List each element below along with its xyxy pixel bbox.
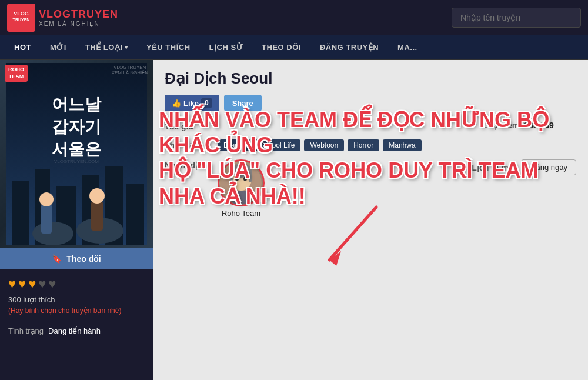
logo[interactable]: VLOG TRUYEN VLOGTRUYEN XEM LÀ NGHIỆN <box>7 4 118 32</box>
svg-point-19 <box>89 188 105 204</box>
svg-point-14 <box>32 222 74 245</box>
heart-3[interactable]: ♥ <box>28 276 36 292</box>
genre-horror[interactable]: Horror <box>348 139 379 151</box>
status-section: Tình trạng Đang tiến hành <box>0 322 153 342</box>
like-count-badge: 0 <box>201 98 212 108</box>
status-label: Tình trạng <box>8 326 44 335</box>
navigation: HOT MỚI THỂ LOẠI▾ YÊU THÍCH LỊCH SỬ THEO… <box>0 35 588 60</box>
svg-rect-13 <box>126 184 144 245</box>
cover-placeholder: ROHOTEAM VLOGTRUYENXEM LÀ NGHIỆN <box>0 60 153 248</box>
thumbs-up-icon: 👍 <box>172 99 181 108</box>
schedule-button[interactable]: Hằng ngày <box>521 159 576 175</box>
translator-name: Roho Team <box>218 209 265 218</box>
nav-more[interactable]: MA... <box>388 35 427 59</box>
genre-manhwa[interactable]: Manhwa <box>383 139 421 151</box>
translator-row: Nhóm dịch <box>165 159 576 218</box>
genre-label: Thể loại <box>165 139 218 150</box>
genre-webtoon[interactable]: Webtoon <box>304 139 344 151</box>
status-value: Đang tiến hành <box>48 326 101 335</box>
vote-prompt: (Hãy bình chọn cho truyện bạn nhé) <box>8 306 145 315</box>
watermark: VLOGTRUYENXEM LÀ NGHIỆN <box>112 65 148 75</box>
chevron-down-icon: ▾ <box>125 44 128 51</box>
cover-image: ROHOTEAM VLOGTRUYENXEM LÀ NGHIỆN <box>0 60 153 248</box>
svg-rect-16 <box>41 204 52 234</box>
svg-text:서울은: 서울은 <box>52 140 101 158</box>
author-row: Tác giả Lượt xem 385,139 <box>165 121 576 131</box>
genre-tags: Drama School Life Webtoon Horror Manhwa <box>218 139 422 151</box>
translator-label: Nhóm dịch <box>165 159 218 170</box>
translator-info: Roho Team <box>218 159 265 218</box>
info-table: Tác giả Lượt xem 385,139 Thể loại Drama … <box>165 121 576 218</box>
logo-text: VLOGTRUYEN XEM LÀ NGHIỆN <box>39 8 118 27</box>
svg-rect-25 <box>249 171 252 182</box>
nav-hot[interactable]: HOT <box>5 35 41 59</box>
avatar-svg <box>220 162 262 204</box>
genre-row: Thể loại Drama School Life Webtoon Horro… <box>165 139 576 151</box>
avatar-image <box>219 161 263 205</box>
svg-text:VLOG: VLOG <box>14 11 29 16</box>
heart-5[interactable]: ♥ <box>48 276 56 292</box>
logo-icon: VLOG TRUYEN <box>7 4 35 32</box>
roho-badge: ROHOTEAM <box>5 65 28 82</box>
svg-point-26 <box>235 177 239 181</box>
svg-point-17 <box>39 192 54 206</box>
hearts-section: ♥ ♥ ♥ ♥ ♥ 300 lượt thích (Hãy bình chọn … <box>0 269 153 322</box>
logo-tagline: XEM LÀ NGHIỆN <box>39 21 118 27</box>
svg-text:어느날: 어느날 <box>52 95 102 114</box>
manga-title: Đại Dịch Seoul <box>165 69 576 88</box>
svg-marker-30 <box>329 251 341 266</box>
nav-theodoi[interactable]: THEO DÕI <box>252 35 310 59</box>
schedule-section: Lịch ra mắt Hằng ngày <box>472 159 576 175</box>
cover-illustration: 어느날 갑자기 서울은 <box>6 63 147 245</box>
views-section: Lượt xem 385,139 <box>482 121 576 130</box>
heart-1[interactable]: ♥ <box>8 276 16 292</box>
genre-schoollife[interactable]: School Life <box>254 139 300 151</box>
translator-avatar[interactable] <box>218 159 265 206</box>
svg-rect-18 <box>91 201 103 231</box>
search-input[interactable] <box>452 8 581 28</box>
schedule-label: Lịch ra mắt <box>472 163 516 172</box>
action-buttons: 👍 Like 0 Share <box>165 95 576 111</box>
main-content: ROHOTEAM VLOGTRUYENXEM LÀ NGHIỆN <box>0 60 588 380</box>
svg-point-23 <box>230 164 252 178</box>
views-label: Lượt xem <box>482 121 519 130</box>
hearts-rating: ♥ ♥ ♥ ♥ ♥ <box>8 276 145 292</box>
follow-button[interactable]: 🔖 Theo dõi <box>0 248 153 269</box>
author-label: Tác giả <box>165 121 218 131</box>
bookmark-icon: 🔖 <box>52 254 62 264</box>
svg-rect-28 <box>232 191 250 204</box>
nav-lichsu[interactable]: LỊCH SỬ <box>200 35 253 59</box>
translator-section: Roho Team <box>218 159 265 218</box>
like-button[interactable]: 👍 Like 0 <box>165 95 219 111</box>
genre-drama[interactable]: Drama <box>218 139 250 151</box>
svg-point-27 <box>243 177 247 181</box>
nav-yeuthich[interactable]: YÊU THÍCH <box>137 35 200 59</box>
svg-text:VLOGTRUYEN.COM: VLOGTRUYEN.COM <box>54 159 99 164</box>
like-count: 300 lượt thích <box>8 295 145 304</box>
right-panel: Đại Dịch Seoul 👍 Like 0 Share NHẤN VÀO T… <box>153 60 588 380</box>
heart-4[interactable]: ♥ <box>38 276 46 292</box>
svg-text:TRUYEN: TRUYEN <box>13 18 30 22</box>
logo-brand: VLOGTRUYEN <box>39 8 118 21</box>
svg-rect-24 <box>230 171 233 182</box>
svg-rect-8 <box>12 181 29 245</box>
share-button[interactable]: Share <box>224 95 262 111</box>
views-value: 385,139 <box>524 121 554 130</box>
left-panel: ROHOTEAM VLOGTRUYENXEM LÀ NGHIỆN <box>0 60 153 380</box>
header: VLOG TRUYEN VLOGTRUYEN XEM LÀ NGHIỆN <box>0 0 588 35</box>
nav-theloai[interactable]: THỂ LOẠI▾ <box>76 35 137 59</box>
nav-moi[interactable]: MỚI <box>41 35 76 59</box>
svg-text:갑자기: 갑자기 <box>52 118 101 136</box>
heart-2[interactable]: ♥ <box>18 276 26 292</box>
nav-dangtruyen[interactable]: ĐĂNG TRUYỆN <box>310 35 388 59</box>
